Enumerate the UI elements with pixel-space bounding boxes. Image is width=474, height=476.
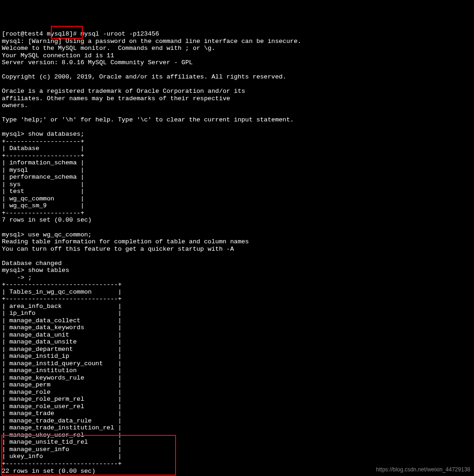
table-row: | manage_user_info |: [2, 446, 122, 453]
terminal-output[interactable]: [root@test4 mysql8]# mysql -uroot -p1234…: [2, 30, 472, 476]
table-row: | manage_data_keywords |: [2, 324, 122, 331]
mysql-command-cont: -> ;: [2, 274, 32, 281]
table-border: +--------------------+: [2, 210, 84, 217]
table-row: | wg_qc_common |: [2, 195, 84, 202]
table-row: | manage_trade |: [2, 410, 122, 417]
table-row: | ukey_info |: [2, 453, 122, 460]
table-row: | manage_role_perm_rel |: [2, 396, 122, 403]
table-border: +------------------------------+: [2, 295, 122, 302]
table-row: | information_schema |: [2, 159, 84, 166]
table-row: | manage_keywords_rule |: [2, 374, 122, 381]
table-row: | performance_schema |: [2, 174, 84, 181]
table-row: | manage_trade_data_rule |: [2, 417, 122, 424]
table-row: | manage_instid_query_count |: [2, 360, 122, 367]
table-border: +------------------------------+: [2, 460, 122, 467]
table-border: +------------------------------+: [2, 281, 122, 288]
table-header: | Tables_in_wg_qc_common |: [2, 289, 122, 295]
table-row: | manage_data_unsite |: [2, 338, 122, 345]
table-row: | area_info_back |: [2, 303, 122, 310]
mysql-info: Reading table information for completion…: [2, 238, 249, 245]
mysql-welcome: Welcome to the MySQL monitor. Commands e…: [2, 45, 215, 52]
table-row: | manage_role_user_rel |: [2, 403, 122, 410]
mysql-command: mysql> show tables: [2, 267, 69, 274]
mysql-command: mysql> use wg_qc_common;: [2, 231, 91, 238]
table-row: | manage_unsite_tid_rel |: [2, 439, 122, 446]
mysql-help-hint: Type 'help;' or '\h' for help. Type '\c'…: [2, 116, 294, 123]
table-border: +--------------------+: [2, 138, 84, 145]
mysql-connection-id: Your MySQL connection id is 11: [2, 52, 114, 59]
mysql-warning: mysql: [Warning] Using a password on the…: [2, 38, 301, 45]
table-row: | manage_data_collect |: [2, 317, 122, 324]
table-border: +--------------------+: [2, 152, 84, 159]
table-row: | manage_data_unit |: [2, 331, 122, 338]
table-row: | ip_info |: [2, 310, 122, 317]
result-summary: 7 rows in set (0.00 sec): [2, 217, 91, 223]
table-header: | Database |: [2, 145, 84, 152]
mysql-info: You can turn off this feature to get a q…: [2, 246, 234, 253]
mysql-trademark: owners.: [2, 102, 28, 109]
table-row: | manage_institution |: [2, 367, 122, 374]
result-summary: 22 rows in set (0.00 sec): [2, 468, 96, 475]
table-row: | sys |: [2, 181, 84, 188]
mysql-server-version: Server version: 8.0.16 MySQL Community S…: [2, 59, 193, 66]
table-row: | wg_qc_sm_9 |: [2, 202, 84, 209]
mysql-trademark: Oracle is a registered trademark of Orac…: [2, 88, 245, 95]
watermark-text: https://blog.csdn.net/weixin_44729138: [376, 467, 470, 473]
table-row: | manage_trade_institution_rel |: [2, 424, 122, 431]
mysql-status: Database changed: [2, 260, 62, 267]
mysql-trademark: affiliates. Other names may be trademark…: [2, 95, 230, 102]
table-row: | manage_perm |: [2, 381, 122, 388]
table-row: | mysql |: [2, 167, 84, 174]
mysql-command: mysql> show databases;: [2, 131, 84, 138]
shell-prompt: [root@test4 mysql8]# mysql -uroot -p1234…: [2, 30, 159, 37]
table-row: | test |: [2, 188, 84, 195]
table-row: | manage_role |: [2, 389, 122, 396]
table-row: | manage_instid_ip |: [2, 353, 122, 360]
table-row: | manage_ukey_user_rel |: [2, 432, 122, 439]
table-row: | manage_department |: [2, 346, 122, 353]
mysql-copyright: Copyright (c) 2000, 2019, Oracle and/or …: [2, 73, 286, 80]
